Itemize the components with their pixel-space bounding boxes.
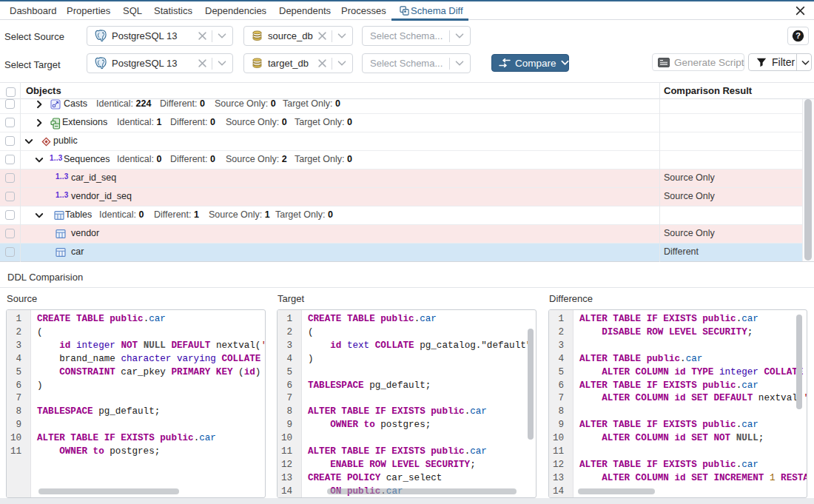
svg-text:?: ?: [796, 31, 801, 40]
